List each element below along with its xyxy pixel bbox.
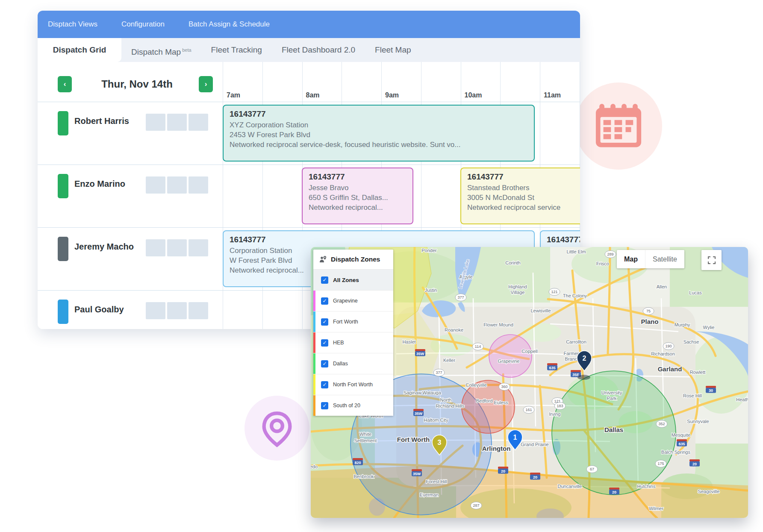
fullscreen-button[interactable] [701,250,722,270]
svg-text:75: 75 [646,309,651,313]
zone-label: Grapevine [333,298,358,304]
map-label-justin: Justin [425,288,437,293]
date-label: Thur, Nov 14th [76,78,198,90]
event-detail-line: Stanstead Brothers [467,183,578,193]
next-day-button[interactable]: › [199,76,213,92]
map-button[interactable]: Map [617,250,645,268]
tab-fleet-dashboard-2-0[interactable]: Fleet Dashboard 2.0 [272,38,365,62]
map-label-aledo: Aledo [311,464,318,469]
placeholder-box [189,176,208,194]
map-label-roanoke: Roanoke [445,327,463,332]
zone-row-dallas[interactable]: ✓Dallas [313,353,393,374]
svg-text:30: 30 [709,388,713,393]
svg-text:820: 820 [354,461,361,465]
zone-row-north-fort-worth[interactable]: ✓North Fort Worth [313,374,393,395]
road-shield-635: 635 [547,363,557,370]
zone-row-fort-worth[interactable]: ✓Fort Worth [313,311,393,332]
map-label-rowlett: Rowlett [690,370,706,375]
zone-row-south-of-20[interactable]: ✓South of 20 [313,395,393,416]
zones-person-pin-icon [318,255,327,264]
road-shield-121: 121 [549,288,560,296]
map-label-corinth: Corinth [505,260,520,265]
road-shield-352: 352 [656,420,667,428]
satellite-button[interactable]: Satellite [645,250,684,268]
checkbox-fort-worth[interactable]: ✓ [321,318,328,326]
zone-color-stripe [313,395,315,416]
road-shield-360: 360 [499,383,510,391]
prev-day-button[interactable]: ‹ [58,76,72,92]
map-label-wilmer: Wilmer [649,506,664,511]
road-shield-20: 20 [530,473,540,480]
svg-text:377: 377 [436,370,442,375]
checkbox-south-of-20[interactable]: ✓ [321,402,328,409]
event-detail-line: Networked reciprocal... [309,203,407,212]
tab-dispatch-map[interactable]: Dispatch Mapbeta [121,38,201,62]
map-label-allen: Allen [657,284,667,289]
dispatch-zones-panel: Dispatch Zones ✓All Zones✓Grapevine✓Fort… [313,250,393,416]
time-label-8am: 8am [306,91,320,99]
map-label-duncanville: Duncanville [558,484,582,489]
zone-color-stripe [313,353,315,374]
topnav-item-batch-assign-schedule[interactable]: Batch Assign & Schedule [189,20,270,29]
map-label-colleyville: Colleyville [465,382,487,388]
tab-dispatch-grid[interactable]: Dispatch Grid [38,38,121,62]
tab-fleet-tracking[interactable]: Fleet Tracking [201,38,272,62]
map-label-lucas: Lucas [689,290,702,295]
placeholder-box [167,302,187,319]
map-label-village: Village [511,290,525,295]
location-pin-icon [257,409,297,448]
fullscreen-icon [708,256,716,264]
tab-fleet-map[interactable]: Fleet Map [365,38,421,62]
event-detail-line: 2453 W Forest Park Blvd [230,130,528,140]
topnav-item-disptach-views[interactable]: Disptach Views [48,20,97,29]
calendar-decoration-circle [575,82,662,170]
checkbox-all-zones[interactable]: ✓ [321,276,328,284]
marker-shadow [577,375,590,380]
road-shield-287: 287 [471,502,482,509]
map-label-arlington: Arlington [482,445,511,452]
map-label-plano: Plano [641,318,659,325]
placeholder-box [146,239,165,256]
checkbox-heb[interactable]: ✓ [321,339,328,347]
schedule-event[interactable]: 16143777Jesse Bravo650 S Griffin St, Dal… [302,168,413,224]
schedule-event[interactable]: 16143777XYZ Corporation Station2453 W Fo… [223,105,535,162]
map-label-little-elm: Little Elm [566,249,586,254]
date-header: ‹ Thur, Nov 14th › 7am8am9am10am11am [38,62,580,102]
svg-text:1: 1 [513,434,517,441]
top-navigation: Disptach ViewsConfigurationBatch Assign … [38,11,580,38]
map-label-dallas: Dallas [604,426,623,433]
road-shield-161: 161 [523,406,534,414]
time-label-7am: 7am [227,91,240,99]
zone-row-heb[interactable]: ✓HEB [313,332,393,353]
road-shield-30: 30 [706,386,716,393]
map-label-everman: Everman [420,492,439,497]
driver-name: Robert Harris [74,116,129,126]
road-shield-35W: 35W [412,469,422,476]
driver-name: Enzo Marino [74,179,125,189]
driver-status-bar [58,174,68,198]
svg-text:121: 121 [551,290,557,294]
svg-text:20: 20 [692,462,697,466]
schedule-event[interactable]: 16143777Stanstead Brothers3005 N McDonal… [460,168,580,224]
event-job-number: 16143777 [309,172,407,182]
map-label-rose-hill: Rose Hill [683,393,702,398]
map-label-murphy: Murphy [675,322,690,327]
checkbox-dallas[interactable]: ✓ [321,360,328,367]
road-shield-635: 635 [677,439,687,447]
checkbox-grapevine[interactable]: ✓ [321,297,328,305]
checkbox-north-fort-worth[interactable]: ✓ [321,381,328,388]
zone-row-grapevine[interactable]: ✓Grapevine [313,290,393,311]
road-shield-20: 20 [689,459,700,467]
map-label-garland: Garland [658,365,682,373]
map-label-benbrook: Benbrook [354,474,374,479]
map-label-balch-springs: Balch Springs [661,450,690,455]
topnav-item-configuration[interactable]: Configuration [121,20,165,29]
map-label-sunnyvale: Sunnyvale [687,419,709,424]
road-shield-35W: 35W [415,349,425,356]
map-label-heath: Heath [736,397,748,402]
svg-text:183: 183 [557,404,563,408]
svg-text:635: 635 [678,442,685,446]
schedule-row-enzo-marino: Enzo Marino16143777Jesse Bravo650 S Grif… [38,165,580,228]
svg-text:2: 2 [583,355,586,362]
zone-row-all-zones[interactable]: ✓All Zones [313,270,393,290]
